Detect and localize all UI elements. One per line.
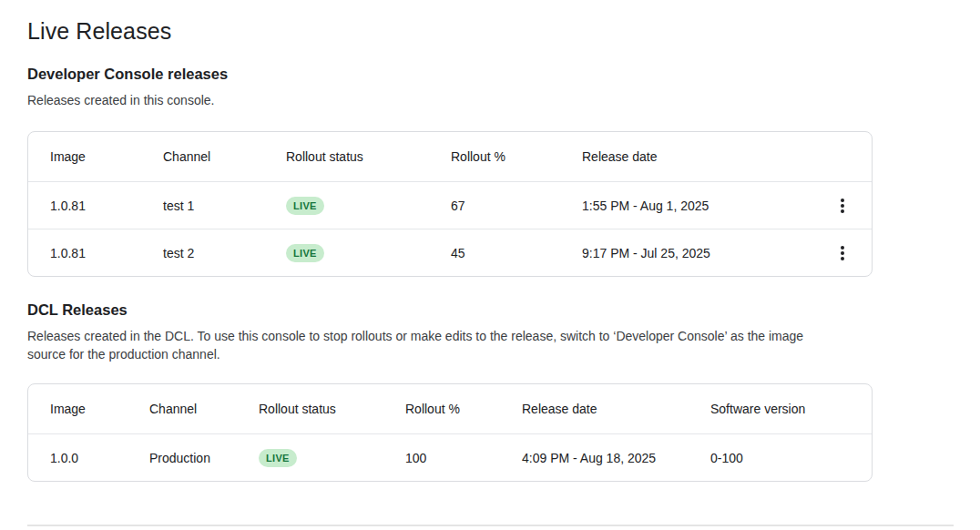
live-releases-page: Live Releases Developer Console releases… (0, 0, 980, 482)
software-version-cell: 0-100 (710, 451, 859, 465)
developer-console-releases-description: Releases created in this console. (27, 91, 953, 109)
rollout-pct-cell: 45 (451, 246, 582, 260)
dcl-releases-section: DCL Releases Releases created in the DCL… (27, 300, 953, 482)
rollout-status-cell: LIVE (286, 197, 451, 215)
column-header-software-version: Software version (710, 402, 859, 416)
rollout-pct-cell: 67 (451, 199, 582, 213)
release-date-cell: 4:09 PM - Aug 18, 2025 (522, 451, 710, 465)
column-header-rollout-pct: Rollout % (451, 149, 582, 164)
table-row: 1.0.0 Production LIVE 100 4:09 PM - Aug … (28, 433, 872, 481)
rollout-status-cell: LIVE (259, 449, 405, 467)
column-header-image: Image (50, 402, 149, 416)
release-date-cell: 9:17 PM - Jul 25, 2025 (582, 246, 815, 260)
row-actions-menu-button[interactable] (826, 237, 859, 270)
column-header-release-date: Release date (522, 402, 710, 416)
channel-cell: Production (149, 451, 259, 465)
column-header-release-date: Release date (582, 149, 815, 164)
page-title: Live Releases (27, 18, 953, 44)
kebab-menu-icon (841, 204, 844, 208)
live-status-badge: LIVE (259, 449, 297, 467)
column-header-rollout-status: Rollout status (259, 402, 405, 416)
row-actions-menu-button[interactable] (826, 189, 859, 222)
developer-console-releases-table: Image Channel Rollout status Rollout % R… (27, 131, 873, 277)
rollout-pct-cell: 100 (405, 451, 522, 465)
developer-console-releases-section: Developer Console releases Releases crea… (27, 64, 953, 277)
channel-cell: test 1 (163, 199, 286, 213)
column-header-channel: Channel (149, 402, 259, 416)
channel-cell: test 2 (163, 246, 286, 260)
image-cell: 1.0.81 (50, 246, 163, 260)
column-header-image: Image (50, 149, 163, 164)
kebab-menu-icon (841, 251, 844, 255)
dcl-releases-heading: DCL Releases (27, 300, 953, 320)
release-date-cell: 1:55 PM - Aug 1, 2025 (582, 199, 815, 213)
developer-console-releases-heading: Developer Console releases (27, 64, 953, 84)
table-header-row: Image Channel Rollout status Rollout % R… (28, 384, 872, 433)
column-header-rollout-status: Rollout status (286, 149, 451, 164)
dcl-releases-table: Image Channel Rollout status Rollout % R… (27, 383, 873, 482)
table-row: 1.0.81 test 1 LIVE 67 1:55 PM - Aug 1, 2… (28, 181, 872, 229)
table-header-row: Image Channel Rollout status Rollout % R… (28, 132, 872, 181)
dcl-releases-description: Releases created in the DCL. To use this… (27, 327, 838, 363)
rollout-status-cell: LIVE (286, 244, 451, 262)
live-status-badge: LIVE (286, 197, 324, 215)
column-header-rollout-pct: Rollout % (405, 402, 522, 416)
image-cell: 1.0.0 (50, 451, 149, 465)
image-cell: 1.0.81 (50, 199, 163, 213)
bottom-divider (27, 525, 954, 526)
column-header-channel: Channel (163, 149, 286, 164)
live-status-badge: LIVE (286, 244, 324, 262)
table-row: 1.0.81 test 2 LIVE 45 9:17 PM - Jul 25, … (28, 229, 872, 276)
